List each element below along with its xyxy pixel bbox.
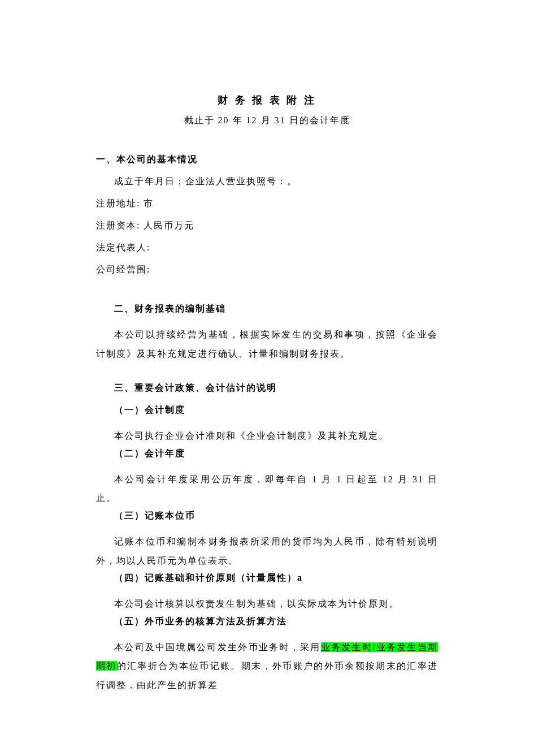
- s3-rule-2-heading: （二）会计年度: [96, 448, 438, 460]
- s1-capital: 注册资本: 人民币万元: [96, 220, 438, 232]
- s1-address: 注册地址: 市: [96, 198, 438, 210]
- document-subtitle: 截止于 20 年 12 月 31 日的会计年度: [96, 115, 438, 127]
- s3-rule-5-para: 本公司及中国境属公司发生外币业务时，采用业务发生时/业务发生当期期初的汇率折合为…: [96, 638, 438, 695]
- s3-rule-1-heading: （一）会计制度: [96, 404, 438, 416]
- s3-rule-5-post: 的汇率折合为本位币记账。期末，外币账户的外币余额按期末的汇率进行调整，由此产生的…: [96, 661, 438, 690]
- section-1-heading: 一、本公司的基本情况: [96, 154, 438, 166]
- s3-rule-3-heading: （三）记账本位币: [96, 510, 438, 522]
- s3-rule-3-para: 记账本位币和编制本财务报表所采用的货币均为人民币，除有特别说明外，均以人民币元为…: [96, 532, 438, 570]
- s3-rule-4-para: 本公司会计核算以权责发生制为基础，以实际成本为计价原则。: [96, 594, 438, 614]
- document-title: 财 务 报 表 附 注: [96, 93, 438, 107]
- s3-rule-1-para: 本公司执行企业会计准则和《企业会计制度》及其补充规定。: [96, 426, 438, 446]
- s1-business-scope: 公司经营围:: [96, 264, 438, 276]
- s3-rule-5-pre: 本公司及中国境属公司发生外币业务时，采用: [114, 642, 321, 652]
- section-2-heading: 二、财务报表的编制基础: [96, 303, 438, 315]
- s1-legal-rep: 法定代表人:: [96, 242, 438, 254]
- s1-establishment: 成立于年月日；企业法人营业执照号：。: [96, 176, 438, 188]
- section-3-heading: 三、重要会计政策、会计估计的说明: [96, 382, 438, 394]
- s3-rule-4-heading: （四）记账基础和计价原则（计量属性）a: [96, 572, 438, 584]
- s3-rule-5-heading: （五）外币业务的核算方法及折算方法: [96, 616, 438, 628]
- section-2-paragraph: 本公司以持续经营为基础，根据实际发生的交易和事项，按照《企业会计制度》及其补充规…: [96, 325, 438, 363]
- s3-rule-2-para: 本公司会计年度采用公历年度，即每年自 1 月 1 日起至 12 月 31 日止。: [96, 470, 438, 508]
- document-page: 财 务 报 表 附 注 截止于 20 年 12 月 31 日的会计年度 一、本公…: [0, 0, 534, 695]
